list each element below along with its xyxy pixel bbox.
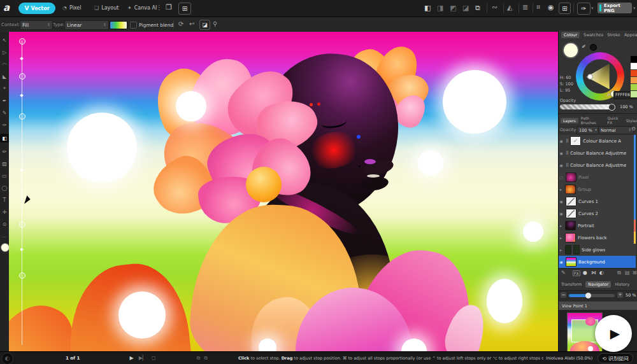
adjustment-layer-icon[interactable]: ◐: [599, 270, 604, 276]
gradient-stop[interactable]: [19, 38, 25, 45]
opacity-knob[interactable]: [608, 104, 615, 111]
edge-swatch[interactable]: [631, 56, 637, 62]
canvas[interactable]: [9, 32, 558, 351]
edit-mask-icon[interactable]: ✎: [561, 270, 566, 276]
studio-grid-icon[interactable]: ⊞: [178, 3, 191, 15]
transparency-tool[interactable]: ▨: [0, 159, 9, 168]
expand-chevron-icon[interactable]: ▸: [559, 187, 563, 192]
picked-colour-dot[interactable]: [590, 44, 597, 51]
tab-appearance[interactable]: Appearance: [624, 32, 637, 38]
visibility-toggle[interactable]: ◉: [559, 199, 564, 204]
persona-tab-pixel[interactable]: ◔ Pixel: [62, 5, 82, 11]
layer-row[interactable]: ◉⠿ Colour Balance Adjustme: [559, 147, 636, 160]
layer-row[interactable]: ▸ Portrait: [559, 220, 636, 232]
boolean-subtract-icon[interactable]: ◨: [437, 4, 443, 12]
layer-row[interactable]: ◉ Curves 2: [559, 207, 636, 220]
frame-icon[interactable]: ◻: [152, 356, 156, 361]
persona-tab-canva-ai[interactable]: ✦ Canva AI: [127, 5, 157, 11]
export-caret-icon[interactable]: ▾: [633, 6, 636, 11]
export-png-button[interactable]: Export PNG: [598, 3, 632, 13]
assets-icon[interactable]: ❐: [166, 4, 172, 11]
fill-gradient-tool[interactable]: ◧: [0, 134, 9, 143]
colour-picker-icon[interactable]: ✒: [580, 42, 589, 50]
blend-mode-select[interactable]: Normal⇕: [598, 126, 634, 134]
view-tool[interactable]: ✛: [0, 207, 9, 216]
rectangle-tool[interactable]: ▭: [0, 171, 9, 180]
tab-quick-fx[interactable]: Quick FX: [607, 116, 623, 125]
layer-row[interactable]: ▸ Flowers back: [559, 232, 636, 244]
next-page-icon[interactable]: ▶▏: [139, 356, 147, 361]
gradient-stop[interactable]: [19, 221, 25, 228]
reverse-gradient-icon[interactable]: ↩: [189, 21, 194, 27]
mask-layer-icon[interactable]: ●: [583, 270, 587, 276]
layers-opacity-select[interactable]: 100 %▾: [576, 126, 599, 134]
duplicate-page-icon[interactable]: ⧉: [197, 356, 201, 361]
snap-bounds-icon[interactable]: ⊞: [559, 3, 571, 14]
active-colour-swatch[interactable]: [562, 42, 579, 59]
boolean-add-icon[interactable]: ◧: [424, 4, 431, 12]
visibility-toggle[interactable]: ◉: [559, 163, 564, 167]
edge-swatch[interactable]: [631, 70, 637, 76]
contour-tool[interactable]: ◠: [0, 60, 9, 69]
gradient-type-select[interactable]: Linear⇕: [64, 20, 109, 30]
pixel-layer-icon[interactable]: ⋈: [591, 270, 596, 276]
gradient-midpoint[interactable]: [20, 57, 24, 60]
copy-page-icon[interactable]: ⧉: [204, 356, 208, 361]
edge-swatch[interactable]: [631, 63, 637, 69]
insert-inside-icon[interactable]: ⧉: [617, 270, 621, 276]
context-select[interactable]: Fill⇕: [20, 20, 53, 30]
persona-tab-layout[interactable]: ❏ Layout: [94, 5, 118, 11]
boolean-xor-icon[interactable]: ◪: [462, 4, 469, 12]
link-icon[interactable]: ∾: [492, 4, 497, 11]
fx-icon[interactable]: FX: [573, 270, 580, 276]
rotate-gradient-icon[interactable]: ⟳: [178, 21, 183, 27]
zoom-out-button[interactable]: −: [561, 292, 566, 298]
gradient-stop[interactable]: [19, 272, 25, 279]
gradient-line[interactable]: [22, 41, 22, 345]
tab-navigator[interactable]: Navigator: [585, 281, 611, 288]
pencil-tool[interactable]: ✎: [0, 108, 9, 117]
layer-row[interactable]: ▸ Side glows: [559, 244, 636, 256]
boolean-intersect-icon[interactable]: ◩: [450, 4, 456, 12]
edge-swatch[interactable]: [631, 84, 637, 90]
pigment-blend-checkbox[interactable]: [130, 22, 137, 29]
current-fill-swatch[interactable]: [1, 243, 10, 252]
visibility-toggle[interactable]: ◉: [559, 139, 564, 143]
gradient-midpoint[interactable]: [20, 248, 24, 251]
flip-horizontal-icon[interactable]: ◭: [507, 4, 512, 11]
move-tool[interactable]: ↖: [0, 36, 9, 45]
tab-layers[interactable]: Layers: [561, 118, 578, 123]
delete-layer-icon[interactable]: ⊞: [633, 270, 637, 276]
fill-mode-icon[interactable]: ◪: [199, 20, 210, 30]
gradient-stop[interactable]: [19, 113, 25, 120]
triangle-knob[interactable]: [587, 74, 593, 80]
layer-row[interactable]: ◉⠿ Colour Balance Adjustme: [559, 159, 636, 172]
vector-brush-tool[interactable]: ✑: [0, 120, 9, 129]
ellipse-tool[interactable]: ◯: [0, 183, 9, 192]
tab-transform[interactable]: Transform: [561, 282, 582, 287]
edge-swatch[interactable]: [631, 77, 637, 83]
gradient-midpoint[interactable]: [20, 168, 24, 172]
visibility-toggle[interactable]: ◉: [559, 211, 564, 216]
gradient-preview-swatch[interactable]: [110, 21, 127, 29]
zoom-slider-knob[interactable]: [585, 293, 591, 298]
zoom-in-button[interactable]: +: [617, 292, 623, 298]
visibility-toggle[interactable]: ◉: [559, 260, 564, 264]
expand-chevron-icon[interactable]: ▸: [559, 248, 563, 252]
gradient-midpoint[interactable]: [20, 94, 24, 97]
snap-move-icon[interactable]: ⌗: [536, 4, 540, 11]
boolean-divide-icon[interactable]: ⧉: [475, 4, 480, 12]
zoom-tool[interactable]: ⊙: [0, 220, 9, 228]
expand-chevron-icon[interactable]: ▸: [559, 235, 563, 240]
tab-colour[interactable]: Colour: [561, 32, 580, 38]
view-point-row[interactable]: View Point 1: [559, 302, 637, 310]
persona-tab-vector[interactable]: V Vector: [18, 3, 55, 14]
tab-swatches[interactable]: Swatches: [583, 32, 603, 38]
snap-node-icon[interactable]: ◉: [548, 4, 554, 11]
layer-row[interactable]: ▸ Group: [559, 183, 636, 196]
visibility-toggle[interactable]: ◉: [559, 151, 564, 155]
pen-tool[interactable]: ✒: [0, 96, 9, 105]
persona-more-icon[interactable]: ⋮: [156, 4, 162, 11]
node-tool[interactable]: ▷: [0, 48, 9, 57]
text-tool[interactable]: T: [0, 195, 9, 204]
